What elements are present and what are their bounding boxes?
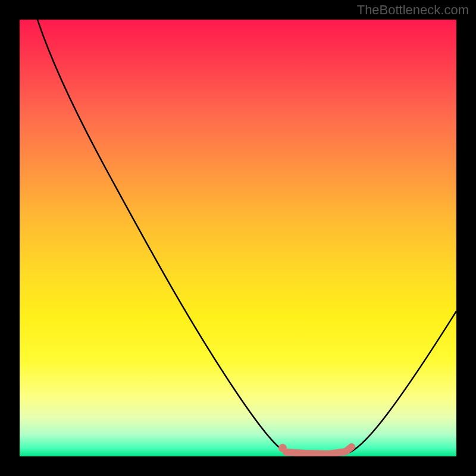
watermark-text: TheBottleneck.com — [357, 2, 469, 18]
bottleneck-curve — [37, 20, 456, 455]
chart-plot-area — [20, 20, 456, 456]
chart-svg — [20, 20, 456, 456]
highlight-range-line — [286, 447, 352, 454]
